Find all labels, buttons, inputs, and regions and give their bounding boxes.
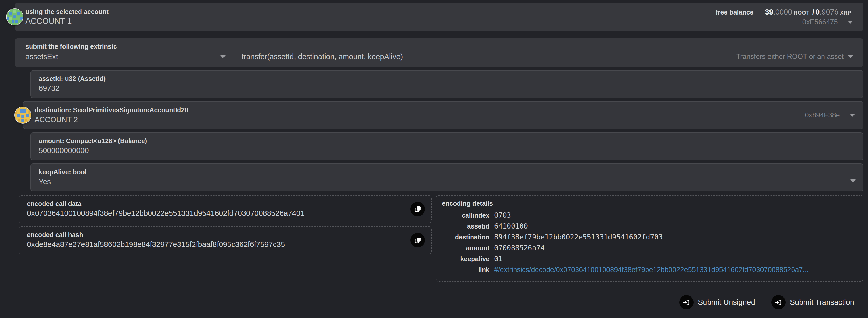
destination-address-dropdown[interactable]: 0x894F38e... [805,111,855,119]
encoding-row-amount: amount 070088526a74 [442,242,856,253]
extrinsic-method-value: transfer(assetId, destination, amount, k… [242,52,403,61]
sign-in-icon [679,295,693,310]
free-balance-label: free balance [716,8,754,17]
param-keepalive-value: Yes [39,176,855,187]
param-amount-input[interactable]: amount: Compact<u128> (Balance) 50000000… [30,132,863,160]
encoding-row-link: link #/extrinsics/decode/0x0703641001008… [442,264,856,275]
selected-account-bar: using the selected account ACCOUNT 1 fre… [15,3,863,31]
account-selector: using the selected account ACCOUNT 1 [25,7,108,26]
param-amount-value: 500000000000 [39,145,855,156]
submit-unsigned-label: Submit Unsigned [698,298,755,307]
extrinsic-method-select[interactable]: transfer(assetId, destination, amount, k… [225,52,853,61]
param-assetid-input[interactable]: assetId: u32 (AssetId) 69732 [30,70,863,98]
param-keepalive-label: keepAlive: bool [39,168,855,176]
encoded-call-hash-label: encoded call hash [27,230,400,239]
encoded-call-data-value: 0x070364100100894f38ef79be12bb0022e55133… [27,208,400,219]
encoding-row-keepalive: keepalive 01 [442,253,856,264]
account-address-dropdown[interactable]: 0xE566475... [802,18,853,26]
account-address-short: 0xE566475... [802,18,844,26]
submit-unsigned-button[interactable]: Submit Unsigned [679,295,755,310]
extrinsic-method-doc: Transfers either ROOT or an asset [736,53,844,61]
free-balance-xrp-dec: .9076 [819,8,838,16]
account-name: ACCOUNT 1 [25,16,108,26]
copy-call-hash-button[interactable] [410,233,425,248]
chevron-down-icon [848,55,853,58]
param-assetid-label: assetId: u32 (AssetId) [39,74,855,83]
copy-icon [414,237,421,244]
encoding-details: encoding details callindex 0703 assetid … [436,195,863,282]
submit-transaction-label: Submit Transaction [790,298,854,307]
param-destination-value: ACCOUNT 2 [34,114,188,125]
copy-call-data-button[interactable] [410,202,425,216]
encoding-row-destination: destination 894f38ef79be12bb0022e551331d… [442,232,856,242]
free-balance-xrp-unit: XRP [838,10,853,16]
account-1-identicon-icon [6,8,23,25]
account-selector-label: using the selected account [25,7,108,16]
submit-transaction-button[interactable]: Submit Transaction [771,295,854,310]
extrinsic-section-value: assetsExt [25,52,58,61]
free-balance: free balance 39.0000ROOT/0.9076XRP [716,8,853,17]
free-balance-root-int: 39 [765,8,773,16]
param-destination-label: destination: SeedPrimitivesSignatureAcco… [34,106,188,114]
encoded-call-data-label: encoded call data [27,199,400,208]
destination-address-short: 0x894F38e... [805,111,846,119]
encoding-row-callindex: callindex 0703 [442,210,856,221]
sign-in-icon [771,295,785,310]
extrinsic-section-select[interactable]: assetsExt [25,52,225,61]
copy-icon [414,206,421,213]
param-amount-label: amount: Compact<u128> (Balance) [39,137,855,145]
chevron-down-icon [220,55,225,58]
free-balance-separator: / [811,8,815,16]
decode-link[interactable]: #/extrinsics/decode/0x070364100100894f38… [494,264,809,275]
param-keepalive-select[interactable]: keepAlive: bool Yes [30,164,863,192]
extrinsic-panel: submit the following extrinsic assetsExt… [15,38,863,67]
free-balance-xrp-int: 0 [815,8,819,16]
encoding-row-assetid: assetid 64100100 [442,221,856,232]
chevron-down-icon [848,21,853,24]
encoded-call-hash: encoded call hash 0xde8e4a87e27e81af5860… [19,226,432,254]
encoded-call-data: encoded call data 0x070364100100894f38ef… [19,195,432,223]
free-balance-root-dec: .0000 [773,8,792,16]
param-assetid-value: 69732 [39,83,855,93]
encoding-details-title: encoding details [442,199,856,208]
account-2-identicon-icon [14,107,31,124]
chevron-down-icon [850,114,855,117]
action-bar: Submit Unsigned Submit Transaction [0,295,854,310]
encoded-call-hash-value: 0xde8e4a87e27e81af58602b198e84f32977e315… [27,239,400,250]
chevron-down-icon [850,179,856,182]
free-balance-root-unit: ROOT [792,10,811,16]
extrinsic-params: assetId: u32 (AssetId) 69732 destination… [15,68,863,192]
param-destination-select[interactable]: destination: SeedPrimitivesSignatureAcco… [23,101,863,129]
extrinsic-label: submit the following extrinsic [25,42,853,51]
